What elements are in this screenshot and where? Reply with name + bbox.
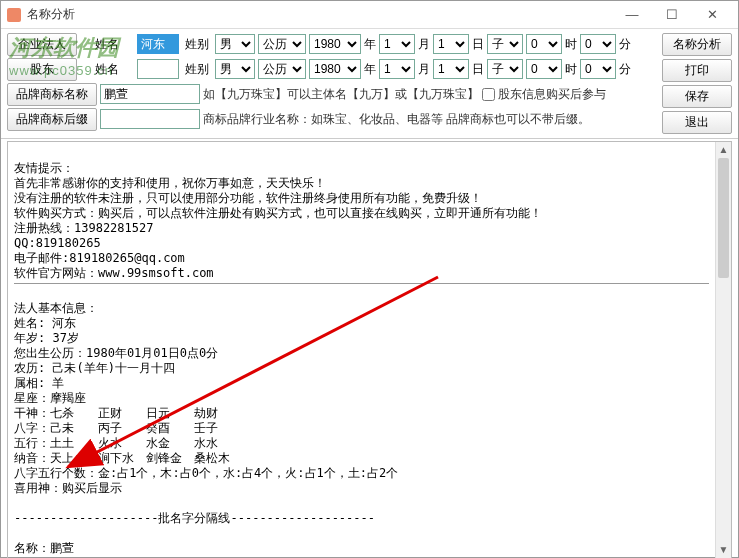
brand-suffix-input[interactable] [100,109,200,129]
suffix-desc: 商标品牌行业名称：如珠宝、化妆品、电器等 品牌商标也可以不带后缀。 [203,111,590,128]
legal-person-button[interactable]: 企业法人 [7,33,77,56]
analyze-button[interactable]: 名称分析 [662,33,732,56]
name-label-2: 姓名 [80,61,134,78]
name-input-1[interactable] [137,34,179,54]
scroll-up-icon[interactable]: ▲ [716,142,731,158]
hour-branch-select-2[interactable]: 子 [487,59,523,79]
gender-select-2[interactable]: 男 [215,59,255,79]
shareholder-checkbox[interactable] [482,88,495,101]
brand-name-input[interactable] [100,84,200,104]
month-select-2[interactable]: 1 [379,59,415,79]
maximize-button[interactable]: ☐ [652,2,692,28]
shareholder-check-label: 股东信息购买后参与 [498,86,606,103]
toolbar: 企业法人 姓名 姓别 男 公历 1980 年 1 月 1 日 子 0 时 0 分… [1,29,738,139]
gender-label-2: 姓别 [182,61,212,78]
window-title: 名称分析 [27,6,612,23]
day-select-2[interactable]: 1 [433,59,469,79]
close-button[interactable]: ✕ [692,2,732,28]
vertical-scrollbar[interactable]: ▲ ▼ [715,142,731,558]
hour-unit: 时 [565,36,577,53]
save-button[interactable]: 保存 [662,85,732,108]
month-unit: 月 [418,36,430,53]
app-icon [7,8,21,22]
exit-button[interactable]: 退出 [662,111,732,134]
year-select-2[interactable]: 1980 [309,59,361,79]
year-select-1[interactable]: 1980 [309,34,361,54]
year-unit: 年 [364,36,376,53]
scroll-thumb[interactable] [718,158,729,278]
minute-unit: 分 [619,36,631,53]
gender-select-1[interactable]: 男 [215,34,255,54]
shareholder-button[interactable]: 股东 [7,58,77,81]
day-select-1[interactable]: 1 [433,34,469,54]
brand-name-button[interactable]: 品牌商标名称 [7,83,97,106]
hour-select-1[interactable]: 0 [526,34,562,54]
brand-desc: 如【九万珠宝】可以主体名【九万】或【九万珠宝】 [203,86,479,103]
day-unit: 日 [472,36,484,53]
titlebar: 名称分析 — ☐ ✕ [1,1,738,29]
gender-label: 姓别 [182,36,212,53]
hour-select-2[interactable]: 0 [526,59,562,79]
month-select-1[interactable]: 1 [379,34,415,54]
name-input-2[interactable] [137,59,179,79]
name-label: 姓名 [80,36,134,53]
minute-select-2[interactable]: 0 [580,59,616,79]
minimize-button[interactable]: — [612,2,652,28]
calendar-select-1[interactable]: 公历 [258,34,306,54]
print-button[interactable]: 打印 [662,59,732,82]
minute-select-1[interactable]: 0 [580,34,616,54]
brand-suffix-button[interactable]: 品牌商标后缀 [7,108,97,131]
scroll-down-icon[interactable]: ▼ [716,542,731,558]
result-text-area[interactable]: 友情提示： 首先非常感谢你的支持和使用，祝你万事如意，天天快乐！ 没有注册的软件… [8,142,715,558]
hour-branch-select-1[interactable]: 子 [487,34,523,54]
calendar-select-2[interactable]: 公历 [258,59,306,79]
